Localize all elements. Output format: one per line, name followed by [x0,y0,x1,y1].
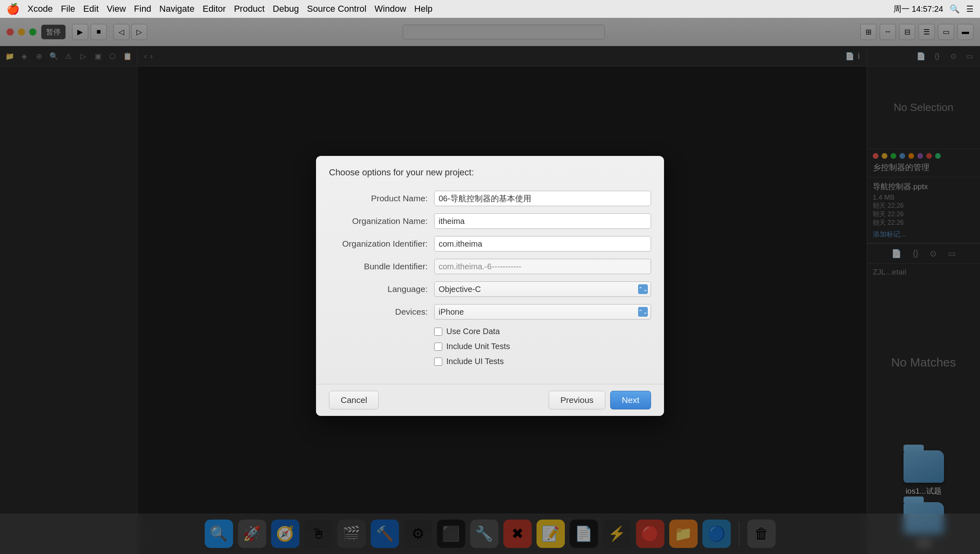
menubar-search-icon[interactable]: 🔍 [950,4,960,14]
menubar: 🍎 Xcode File Edit View Find Navigate Edi… [0,0,980,18]
menu-edit[interactable]: Edit [83,4,99,14]
modal-overlay: Choose options for your new project: Pro… [0,18,980,554]
menu-navigate[interactable]: Navigate [159,4,195,14]
core-data-label[interactable]: Use Core Data [446,327,500,336]
menubar-right: 周一 14:57:24 🔍 ☰ [893,4,974,15]
org-id-input[interactable] [434,236,651,251]
unit-tests-row: Include Unit Tests [329,342,651,351]
menu-find[interactable]: Find [134,4,151,14]
devices-select[interactable]: iPhone iPad Universal [434,304,651,320]
menubar-menu-icon[interactable]: ☰ [966,4,974,14]
menu-debug[interactable]: Debug [273,4,299,14]
unit-tests-checkbox[interactable] [434,343,442,351]
org-name-row: Organization Name: [329,213,651,229]
menu-source-control[interactable]: Source Control [307,4,367,14]
ui-tests-row: Include UI Tests [329,357,651,366]
unit-tests-label[interactable]: Include Unit Tests [446,342,510,351]
product-name-input[interactable] [434,191,651,206]
menu-product[interactable]: Product [234,4,265,14]
dialog-header: Choose options for your new project: [316,156,664,183]
dialog-title: Choose options for your new project: [329,167,474,177]
language-select-wrapper: Objective-C Swift ⌃⌄ [434,281,651,297]
next-button[interactable]: Next [610,391,651,409]
org-id-label: Organization Identifier: [329,239,434,249]
bundle-id-label: Bundle Identifier: [329,262,434,271]
language-label: Language: [329,284,434,294]
menu-editor[interactable]: Editor [203,4,226,14]
org-id-row: Organization Identifier: [329,236,651,251]
menu-window[interactable]: Window [375,4,406,14]
cancel-button[interactable]: Cancel [329,391,379,409]
menu-help[interactable]: Help [414,4,433,14]
menu-file[interactable]: File [61,4,75,14]
devices-row: Devices: iPhone iPad Universal ⌃⌄ [329,304,651,320]
new-project-dialog: Choose options for your new project: Pro… [316,156,664,416]
menubar-time: 周一 14:57:24 [893,4,943,15]
language-row: Language: Objective-C Swift ⌃⌄ [329,281,651,297]
product-name-row: Product Name: [329,191,651,206]
bundle-id-row: Bundle Identifier: [329,259,651,274]
previous-button[interactable]: Previous [549,391,605,409]
ui-tests-checkbox[interactable] [434,358,442,366]
bundle-id-input [434,259,651,274]
devices-label: Devices: [329,307,434,317]
core-data-row: Use Core Data [329,327,651,336]
menu-xcode[interactable]: Xcode [28,4,53,14]
dialog-btn-group: Previous Next [549,391,651,409]
org-name-label: Organization Name: [329,216,434,226]
apple-menu[interactable]: 🍎 [6,3,19,15]
devices-select-wrapper: iPhone iPad Universal ⌃⌄ [434,304,651,320]
menu-view[interactable]: View [107,4,126,14]
dialog-footer: Cancel Previous Next [316,384,664,416]
ui-tests-label[interactable]: Include UI Tests [446,357,504,366]
core-data-checkbox[interactable] [434,328,442,336]
dialog-content: Product Name: Organization Name: Organiz… [316,183,664,384]
language-select[interactable]: Objective-C Swift [434,281,651,297]
product-name-label: Product Name: [329,194,434,203]
org-name-input[interactable] [434,213,651,229]
